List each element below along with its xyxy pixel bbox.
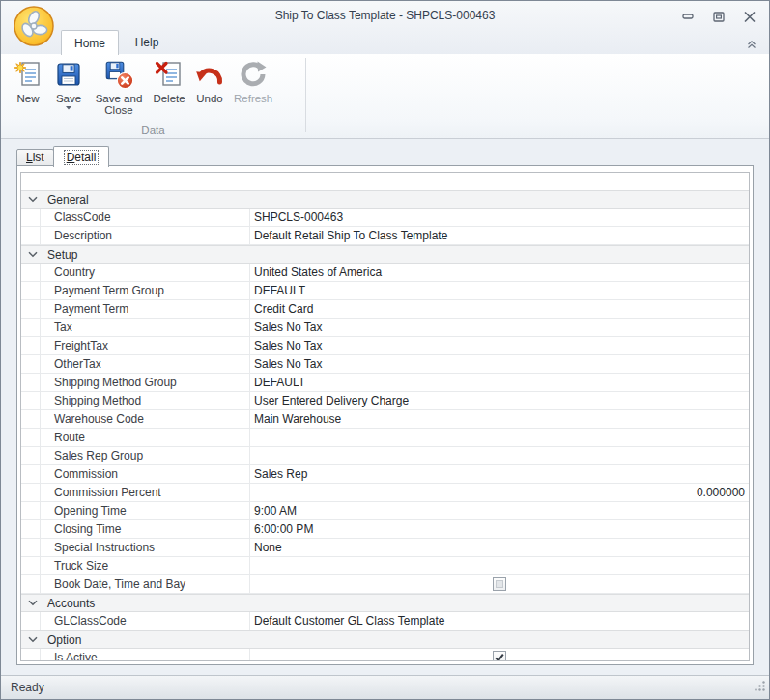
save-icon [53,59,84,90]
refresh-button[interactable]: Refresh [230,57,276,104]
property-label: Tax [41,319,250,336]
property-value-text: Sales No Tax [254,357,322,371]
property-row-commission-percent: Commission Percent0.000000 [21,484,749,502]
property-label: Description [41,227,250,244]
tab-list[interactable]: List [16,149,54,166]
app-logo[interactable] [13,5,55,47]
property-row-sales-rep-group: Sales Rep Group [21,447,749,465]
ribbon-tab-home[interactable]: Home [61,30,119,55]
property-label: Special Instructions [41,539,250,556]
property-label: Opening Time [41,502,250,519]
row-indent [21,227,41,244]
undo-button[interactable]: Undo [189,57,230,104]
property-label: ClassCode [41,209,250,226]
document-tab-bar: List Detail [16,145,108,166]
ribbon-tab-help[interactable]: Help [122,30,172,55]
save-button-label: Save [56,93,81,104]
property-value-field[interactable]: DEFAULT [250,374,749,391]
resize-grip[interactable] [754,679,766,696]
delete-icon [154,59,185,90]
property-row-book-date-time-and-bay: Book Date, Time and Bay [21,575,749,594]
property-label: Country [41,264,250,281]
trefoil-logo-icon [13,5,55,47]
property-value-field[interactable] [250,575,749,593]
close-button[interactable] [743,11,756,22]
property-row-opening-time: Opening Time9:00 AM [21,502,749,520]
ribbon-group-data: New Save [1,54,305,138]
row-indent [21,447,41,464]
tab-detail[interactable]: Detail [53,146,110,167]
property-row-description: DescriptionDefault Retail Ship To Class … [21,227,749,245]
property-row-freighttax: FreightTaxSales No Tax [21,337,749,355]
section-header-setup[interactable]: Setup [21,245,749,264]
window-title: Ship To Class Template - SHPCLS-000463 [1,9,769,22]
property-value-text: Default Retail Ship To Class Template [254,229,447,242]
save-button[interactable]: Save [48,57,89,110]
section-header-general[interactable]: General [21,190,749,209]
chevron-down-icon [28,636,38,643]
property-label: Shipping Method [41,392,250,409]
minimize-icon [682,12,694,21]
row-indent [21,575,41,593]
property-value-field[interactable]: Sales No Tax [250,355,749,373]
section-header-option[interactable]: Option [21,630,749,649]
property-row-truck-size: Truck Size [21,557,749,575]
dropdown-caret-icon[interactable] [65,105,72,110]
section-header-accounts[interactable]: Accounts [21,594,749,612]
property-row-route: Route [21,429,749,447]
property-label: Truck Size [41,557,250,574]
property-row-shipping-method: Shipping MethodUser Entered Delivery Cha… [21,392,749,410]
property-row-payment-term: Payment TermCredit Card [21,300,749,319]
property-value-text: Credit Card [254,302,313,316]
row-indent [21,612,41,630]
status-text: Ready [11,681,44,694]
property-value-field[interactable]: SHPCLS-000463 [250,209,749,226]
title-bar[interactable]: Ship To Class Template - SHPCLS-000463 [1,1,769,30]
property-value-field[interactable]: User Entered Delivery Charge [250,392,749,409]
property-row-glclasscode: GLClassCodeDefault Customer GL Class Tem… [21,612,749,630]
new-button[interactable]: New [8,57,48,104]
property-value-text: User Entered Delivery Charge [254,394,409,407]
delete-button-label: Delete [153,93,185,104]
delete-button[interactable]: Delete [149,57,189,104]
property-value-field[interactable]: None [250,539,749,556]
row-indent [21,337,41,354]
property-value-field[interactable]: 9:00 AM [250,502,749,519]
property-value-field[interactable]: 6:00:00 PM [250,520,749,538]
row-indent [21,484,41,501]
property-value-text: Sales No Tax [254,339,322,352]
property-value-field[interactable]: Sales No Tax [250,337,749,354]
property-value-field[interactable] [250,557,749,574]
checkbox[interactable] [493,651,506,661]
property-value-field[interactable]: Main Warehouse [250,410,749,428]
restore-icon [713,12,725,22]
property-value-field[interactable]: Credit Card [250,300,749,318]
property-value-field[interactable] [250,649,749,661]
undo-button-label: Undo [196,93,223,104]
property-value-field[interactable]: United States of America [250,264,749,281]
row-indent [21,392,41,409]
save-and-close-button[interactable]: Save and Close [89,57,149,117]
property-value-field[interactable]: DEFAULT [250,282,749,299]
row-indent [21,557,41,574]
property-label: Warehouse Code [41,410,250,428]
property-value-field[interactable]: Sales Rep [250,465,749,483]
property-value-field[interactable]: Default Customer GL Class Template [250,612,749,630]
property-value-text: Main Warehouse [254,412,341,426]
detail-tab-page: GeneralClassCodeSHPCLS-000463Description… [16,165,754,665]
collapse-ribbon-button[interactable] [746,37,757,48]
property-value-field[interactable] [250,447,749,464]
minimize-button[interactable] [681,11,694,22]
chevron-up-double-icon [746,39,757,50]
property-label: Payment Term [41,300,250,318]
restore-button[interactable] [712,11,725,22]
property-value-field[interactable]: Sales No Tax [250,319,749,336]
property-row-country: CountryUnited States of America [21,264,749,282]
property-value-text: United States of America [254,266,382,279]
property-value-field[interactable] [250,429,749,446]
checkbox[interactable] [493,577,506,591]
row-indent [21,410,41,428]
property-value-field[interactable]: Default Retail Ship To Class Template [250,227,749,244]
property-value-field[interactable]: 0.000000 [250,484,749,501]
property-label: Is Active [41,649,250,661]
